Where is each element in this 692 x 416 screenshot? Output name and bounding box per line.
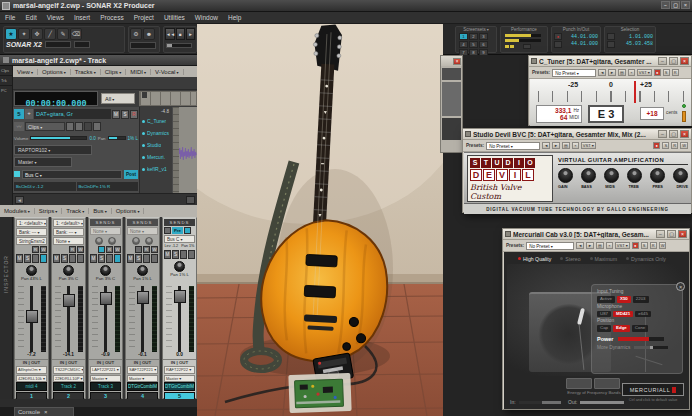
fx-slot-studio-devil[interactable]: Studio xyxy=(140,139,172,151)
pan-knob[interactable] xyxy=(63,265,74,276)
input-dropdown[interactable]: RAFT22P22 xyxy=(164,366,195,374)
bank-dropdown[interactable]: Bank: --- xyxy=(16,228,47,236)
save-preset-button[interactable]: ▤ xyxy=(618,69,626,76)
position-edge[interactable]: Edge xyxy=(613,325,630,332)
menu-views[interactable]: Views xyxy=(42,14,69,21)
side-tab-clips[interactable]: Clps xyxy=(0,66,12,76)
mixer-strip-4[interactable]: SENDS None R W M S Pan 1% L -0.1 IN | OU… xyxy=(125,217,160,399)
drive-knob[interactable] xyxy=(673,168,688,183)
record-button[interactable] xyxy=(69,254,76,263)
vst-menu[interactable]: VST xyxy=(637,69,652,76)
snap-dropdown[interactable] xyxy=(45,41,71,48)
next-preset-button[interactable]: ► xyxy=(608,69,616,76)
mixer-strip-3[interactable]: SENDS None R W M S Pan 3% C -0.9 IN | OU… xyxy=(88,217,123,399)
track-scrollbar[interactable]: ◄ xyxy=(13,193,197,205)
track-gain-value[interactable]: -4.8 xyxy=(140,107,172,115)
read-button[interactable]: R xyxy=(672,69,679,76)
mixer-strip-5[interactable]: SENDS Pre Bus C Lev -1.2 Pan 1% M S Pan … xyxy=(162,217,197,399)
record-button[interactable] xyxy=(180,250,187,259)
select-tool-button[interactable]: ✦ xyxy=(18,28,30,40)
mute-button[interactable]: M xyxy=(16,254,23,263)
smart-tool-button[interactable]: ★ xyxy=(5,28,17,40)
prev-preset-button[interactable]: ◄ xyxy=(576,242,584,249)
edit-tool-button[interactable]: ╱ xyxy=(44,28,56,40)
fader-handle[interactable] xyxy=(137,291,149,304)
fx-power-led[interactable] xyxy=(142,156,145,159)
send-enable-button[interactable] xyxy=(135,246,142,253)
menu-utilities[interactable]: Utilities xyxy=(159,14,190,21)
fx-power-led[interactable] xyxy=(142,132,145,135)
instrument-dropdown[interactable]: RAPTOR102 xyxy=(14,145,92,155)
read-button[interactable]: R xyxy=(143,246,150,253)
track-menu-tracks[interactable]: Tracks xyxy=(71,69,101,75)
snap-setting[interactable] xyxy=(130,42,156,49)
solo-button[interactable]: S xyxy=(641,242,648,249)
side-tab-pc[interactable]: PC xyxy=(0,86,12,95)
close-button[interactable]: × xyxy=(680,57,689,65)
panel-close-icon[interactable]: × xyxy=(676,282,685,291)
post-button[interactable]: Post xyxy=(124,170,138,179)
write-button[interactable]: W xyxy=(680,142,688,149)
delete-preset-button[interactable]: × xyxy=(628,69,635,76)
punch-record-button[interactable]: ● xyxy=(554,33,562,40)
write-button[interactable]: W xyxy=(77,246,84,253)
clips-dropdown[interactable]: Clips xyxy=(25,122,65,131)
fader-handle[interactable] xyxy=(174,290,186,303)
selection-button-a[interactable] xyxy=(607,33,615,40)
punch-toggle-button[interactable] xyxy=(554,41,562,48)
send-dest-dropdown[interactable]: Bus C xyxy=(164,235,195,243)
tuning-x50[interactable]: X50 xyxy=(617,296,631,303)
input-dropdown[interactable]: LAFT22P221 xyxy=(90,366,121,374)
mixer-strip-2[interactable]: 1: <default> Bank: --- None R W M S Pan … xyxy=(51,217,86,399)
pan-knob[interactable] xyxy=(174,261,185,272)
pres-knob[interactable] xyxy=(650,168,665,183)
clip-button-1[interactable] xyxy=(66,122,74,131)
screenset-6[interactable]: 6 xyxy=(479,41,488,48)
read-button[interactable]: R xyxy=(106,246,113,253)
time-ruler[interactable] xyxy=(139,91,197,106)
fx-slot-kefir[interactable]: kefIR_v1 xyxy=(140,163,172,175)
read-button[interactable]: R xyxy=(671,142,678,149)
close-button[interactable]: × xyxy=(678,230,687,238)
delete-preset-button[interactable]: × xyxy=(606,242,613,249)
mercuriall-titlebar[interactable]: Mercuriall Cab v3.0 [5: DAT+gitara, Gesa… xyxy=(503,229,689,240)
track-filter-dropdown[interactable]: All xyxy=(101,93,135,104)
preset-dropdown[interactable]: No Preset xyxy=(552,69,596,77)
mic-e645[interactable]: e645 xyxy=(635,311,651,318)
track-menu-view[interactable]: View xyxy=(13,69,38,75)
act-button[interactable]: ● xyxy=(632,242,639,249)
menu-insert[interactable]: Insert xyxy=(69,14,95,21)
track-menu-vvocal[interactable]: V-Vocal xyxy=(151,69,183,75)
clip-button-2[interactable] xyxy=(75,122,83,131)
record-button[interactable] xyxy=(143,254,150,263)
minimize-button[interactable]: – xyxy=(661,1,670,9)
console-menu-options[interactable]: Options xyxy=(112,208,145,214)
solo-button[interactable]: S xyxy=(172,250,179,259)
punch-in-time[interactable]: 44.01.000 xyxy=(564,34,598,41)
sends-header[interactable]: SENDS xyxy=(90,219,121,226)
screenset-5[interactable]: 5 xyxy=(469,41,478,48)
strip-name[interactable]: DTGtrCombiMulti xyxy=(164,382,195,391)
pan-knob[interactable] xyxy=(137,265,148,276)
gear-icon[interactable]: ⚙ xyxy=(130,28,142,40)
solo-button[interactable]: S xyxy=(98,254,105,263)
pan-slider[interactable] xyxy=(108,136,126,140)
sends-header[interactable]: SENDS xyxy=(164,219,195,226)
bus-pan[interactable]: BsClnDPn 1% R xyxy=(77,182,139,191)
bank-dropdown[interactable]: Bank: --- xyxy=(53,228,84,236)
mute-button[interactable]: M xyxy=(164,250,171,259)
mids-knob[interactable] xyxy=(604,168,619,183)
output-dropdown[interactable]: Master xyxy=(14,157,72,167)
scroll-left-button[interactable]: ◄ xyxy=(15,196,24,204)
position-cap[interactable]: Cap xyxy=(597,325,611,332)
vst-menu[interactable]: VST xyxy=(581,142,596,149)
screenset-2[interactable]: 2 xyxy=(469,33,478,40)
track-menu-midi[interactable]: MIDI xyxy=(126,69,151,75)
mute-button[interactable]: M xyxy=(53,254,60,263)
fader-handle[interactable] xyxy=(63,294,75,307)
solo-button[interactable]: S xyxy=(135,254,142,263)
strip-name[interactable]: midi 4 xyxy=(16,382,47,391)
strip-name[interactable]: Track 3 xyxy=(90,382,121,391)
scroll-grip[interactable] xyxy=(186,196,195,204)
position-cone[interactable]: Cone xyxy=(632,325,649,332)
